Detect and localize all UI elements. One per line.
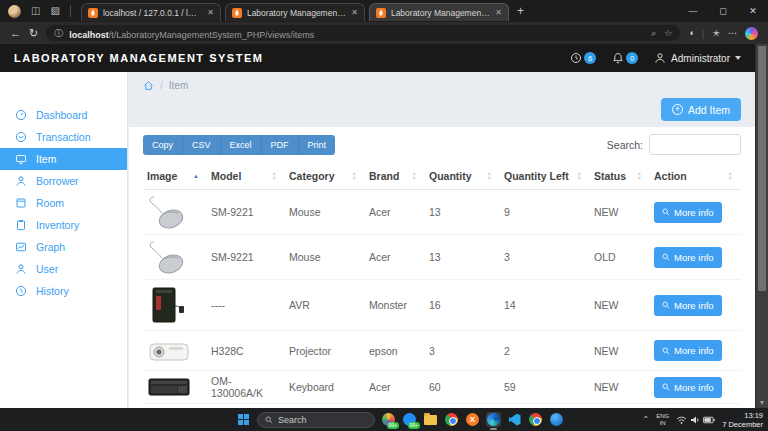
home-icon[interactable] [143, 80, 154, 91]
column-header-quantity-left[interactable]: Quantity Left▲▼ [500, 164, 590, 190]
mouse-product-image [147, 239, 189, 275]
system-tray[interactable] [676, 415, 715, 425]
messenger-app-icon[interactable]: 99+ [381, 412, 396, 427]
scrollbar-down-arrow[interactable]: ▼ [756, 399, 768, 406]
user-menu[interactable]: Administrator [654, 52, 741, 64]
tab-lms-1[interactable]: Laboratory Management System ✕ [225, 3, 365, 21]
window-close-button[interactable]: ✕ [738, 0, 768, 22]
sidebar-item-history[interactable]: History [0, 280, 127, 302]
window-minimize-button[interactable]: — [678, 0, 708, 22]
sort-icons: ▲▼ [487, 171, 496, 181]
tab-phpmyadmin[interactable]: localhost / 127.0.0.1 / lms19 / use ✕ [81, 3, 221, 21]
sidebar-item-item[interactable]: Item [0, 148, 127, 170]
search-label: Search: [607, 139, 643, 151]
page-scrollbar[interactable]: ▼ [755, 44, 768, 408]
sidebar-item-inventory[interactable]: Inventory [0, 214, 127, 236]
unread-badge: 99+ [387, 422, 399, 429]
refresh-icon[interactable]: ↻ [29, 28, 38, 39]
app-circle-icon [550, 413, 563, 426]
more-info-button[interactable]: More info [654, 377, 722, 398]
tab-close-icon[interactable]: ✕ [207, 9, 214, 17]
sidebar-item-user[interactable]: User [0, 258, 127, 280]
hidden-icons-chevron[interactable]: ⌃ [642, 415, 649, 424]
xampp-icon[interactable]: X [465, 412, 480, 427]
table-search-input[interactable] [649, 134, 741, 155]
copy-button[interactable]: Copy [143, 135, 182, 155]
table-row: H328C Projector epson 3 2 NEW More info [143, 331, 741, 371]
settings-more-icon[interactable]: ⋯ [728, 29, 737, 38]
copilot-icon[interactable] [745, 27, 758, 40]
add-item-button[interactable]: + Add Item [661, 98, 741, 121]
new-tab-button[interactable]: + [517, 4, 524, 18]
plus-circle-icon: + [672, 104, 683, 115]
favorites-icon[interactable]: ✭ [712, 29, 720, 38]
taskbar-clock[interactable]: 13:19 7 December [722, 411, 763, 429]
app-header: LABORATORY MANAGEMENT SYSTEM 6 0 Adminis… [0, 44, 755, 72]
column-header-status[interactable]: Status▲▼ [590, 164, 650, 190]
start-button[interactable] [236, 412, 251, 427]
chat-app-icon[interactable]: 99+ [402, 412, 417, 427]
column-header-action[interactable]: Action▲▼ [650, 164, 741, 190]
windows-taskbar: Search 99+ 99+ X ⌃ ENG IN 13:19 7 Decemb… [0, 408, 768, 431]
back-icon[interactable]: ← [10, 28, 21, 39]
blue-app-icon[interactable] [549, 412, 564, 427]
person-icon [15, 175, 27, 187]
sidebar-item-graph[interactable]: Graph [0, 236, 127, 258]
more-info-button[interactable]: More info [654, 247, 722, 268]
more-info-button[interactable]: More info [654, 202, 722, 223]
print-button[interactable]: Print [298, 135, 336, 155]
clock-date: 7 December [722, 420, 763, 429]
edge-icon[interactable] [486, 412, 501, 427]
browser-essentials-icon[interactable]: ◖ [688, 29, 693, 38]
site-info-icon[interactable]: ⓘ [54, 27, 63, 40]
battery-icon [703, 416, 715, 424]
chrome-icon[interactable] [444, 412, 459, 427]
bell-icon [612, 52, 624, 64]
sidebar: Dashboard Transaction Item Borrower Room… [0, 72, 128, 408]
column-header-category[interactable]: Category▲▼ [285, 164, 365, 190]
more-info-button[interactable]: More info [654, 295, 722, 316]
vscode-icon[interactable] [507, 412, 522, 427]
person-icon [15, 263, 27, 275]
sidebar-item-transaction[interactable]: Transaction [0, 126, 127, 148]
column-header-image[interactable]: Image▲ [143, 164, 207, 190]
excel-button[interactable]: Excel [220, 135, 261, 155]
cell-quantity: 13 [425, 190, 500, 235]
sidebar-item-dashboard[interactable]: Dashboard [0, 104, 127, 126]
column-header-brand[interactable]: Brand▲▼ [365, 164, 425, 190]
tab-close-icon[interactable]: ✕ [351, 9, 358, 17]
notifications-button[interactable]: 0 [612, 52, 638, 64]
zoom-search-icon[interactable]: ⌕ [651, 28, 656, 39]
sidebar-item-room[interactable]: Room [0, 192, 127, 214]
line-chart-icon [15, 241, 27, 253]
cell-quantity-left: 9 [500, 190, 590, 235]
cell-model: SM-9221 [207, 235, 285, 280]
tab-lms-2-active[interactable]: Laboratory Management System ✕ [369, 3, 509, 21]
more-info-button[interactable]: More info [654, 340, 722, 361]
taskbar-search-label: Search [278, 415, 307, 425]
workspaces-icon[interactable]: ◫ [31, 6, 40, 16]
sidebar-item-borrower[interactable]: Borrower [0, 170, 127, 192]
file-explorer-icon[interactable] [423, 412, 438, 427]
taskbar-search[interactable]: Search [257, 412, 375, 428]
sort-icons: ▲▼ [352, 171, 361, 181]
column-header-quantity[interactable]: Quantity▲▼ [425, 164, 500, 190]
browser-profile-avatar[interactable] [8, 5, 21, 18]
language-indicator[interactable]: ENG IN [656, 413, 669, 427]
table-row: SM-9221 Mouse Acer 13 3 OLD More info [143, 235, 741, 280]
edge-logo-icon [487, 413, 500, 426]
status-badge: OLD [590, 235, 650, 280]
bookmark-star-icon[interactable]: ☆ [664, 28, 672, 38]
tab-actions-icon[interactable]: ▧ [50, 6, 59, 16]
pending-history-button[interactable]: 6 [570, 52, 596, 64]
keyboard-product-image [147, 376, 191, 398]
chrome-profile-icon[interactable] [528, 412, 543, 427]
url-field[interactable]: ⓘ localhost/t/LaboratoryManagementSystem… [46, 25, 680, 41]
pdf-button[interactable]: PDF [261, 135, 298, 155]
column-header-model[interactable]: Model▲▼ [207, 164, 285, 190]
window-maximize-button[interactable]: ◻ [708, 0, 738, 22]
scrollbar-thumb[interactable] [758, 46, 766, 291]
magnifier-icon [662, 383, 670, 391]
csv-button[interactable]: CSV [182, 135, 220, 155]
tab-close-icon[interactable]: ✕ [495, 9, 502, 17]
